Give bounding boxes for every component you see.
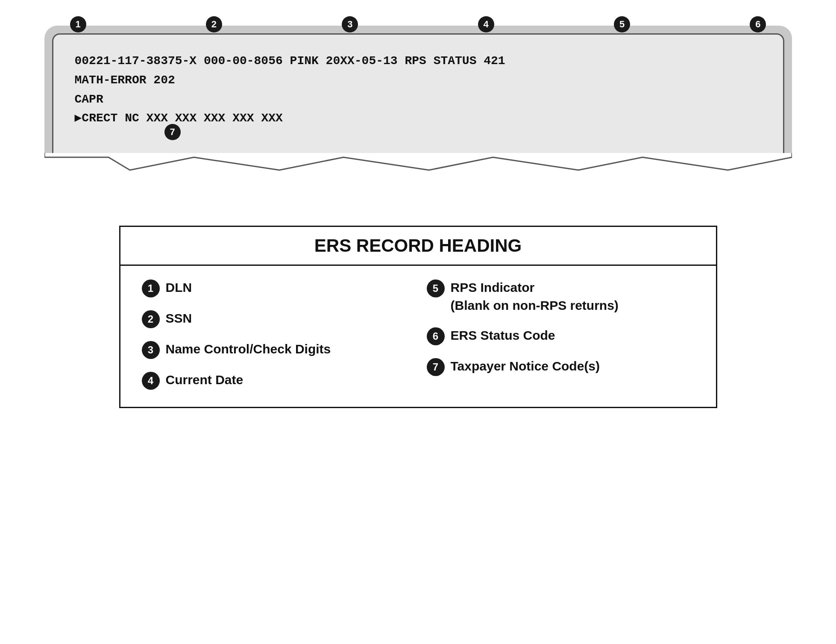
terminal-line-1: 00221-117-38375-X 000-00-8056 PINK 20XX-… [75,52,762,71]
legend-item-rps: 5 RPS Indicator(Blank on non-RPS returns… [427,279,695,315]
terminal-text-area: 00221-117-38375-X 000-00-8056 PINK 20XX-… [75,52,762,128]
legend-item-ssn: 2 SSN [142,309,410,328]
legend-badge-6: 6 [427,327,445,345]
legend-label-name-control: Name Control/Check Digits [166,340,331,358]
badge-2: 2 [206,16,222,32]
legend-title: ERS RECORD HEADING [120,227,716,266]
badge-4-container: 4 [478,16,494,32]
legend-label-taxpayer-notice: Taxpayer Notice Code(s) [451,357,600,375]
legend-label-ssn: SSN [166,309,192,327]
legend-item-name-control: 3 Name Control/Check Digits [142,340,410,359]
wavy-border [44,153,792,174]
badge-5: 5 [614,16,630,32]
badge-5-container: 5 [614,16,630,32]
legend-badge-1: 1 [142,279,160,297]
badge-2-container: 2 [206,16,222,32]
legend-badge-2: 2 [142,310,160,328]
terminal-badges-row: 1 2 3 4 5 6 [70,16,766,32]
legend-badge-7: 7 [427,358,445,376]
legend-item-dln: 1 DLN [142,279,410,297]
legend-badge-3: 3 [142,341,160,359]
legend-label-rps: RPS Indicator(Blank on non-RPS returns) [451,279,619,315]
terminal-display: 1 2 3 4 5 6 00221-117-38375-X 000-00-805… [44,26,792,174]
badge-6: 6 [750,16,766,32]
legend-left-column: 1 DLN 2 SSN 3 Name Control/Check Digits … [142,279,410,390]
legend-badge-4: 4 [142,372,160,390]
legend-badge-5: 5 [427,279,445,297]
badge-7-terminal: 7 [164,124,181,140]
badge-7: 7 [164,124,181,140]
terminal-screen: 00221-117-38375-X 000-00-8056 PINK 20XX-… [52,33,784,153]
terminal-line-2: MATH-ERROR 202 [75,71,762,90]
badge-1: 1 [70,16,86,32]
legend-label-current-date: Current Date [166,371,243,389]
legend-label-ers-status: ERS Status Code [451,326,555,344]
terminal-outer-frame: 1 2 3 4 5 6 00221-117-38375-X 000-00-805… [44,26,792,153]
terminal-line-3: CAPR [75,90,762,109]
legend-item-current-date: 4 Current Date [142,371,410,390]
legend-item-taxpayer-notice: 7 Taxpayer Notice Code(s) [427,357,695,376]
legend-item-ers-status: 6 ERS Status Code [427,326,695,345]
badge-3-container: 3 [342,16,358,32]
legend-body: 1 DLN 2 SSN 3 Name Control/Check Digits … [120,266,716,407]
badge-6-container: 6 [750,16,766,32]
badge-3: 3 [342,16,358,32]
badge-1-container: 1 [70,16,86,32]
legend-right-column: 5 RPS Indicator(Blank on non-RPS returns… [427,279,695,390]
legend-table: ERS RECORD HEADING 1 DLN 2 SSN 3 Name Co… [119,226,717,408]
legend-label-dln: DLN [166,279,192,297]
badge-4: 4 [478,16,494,32]
